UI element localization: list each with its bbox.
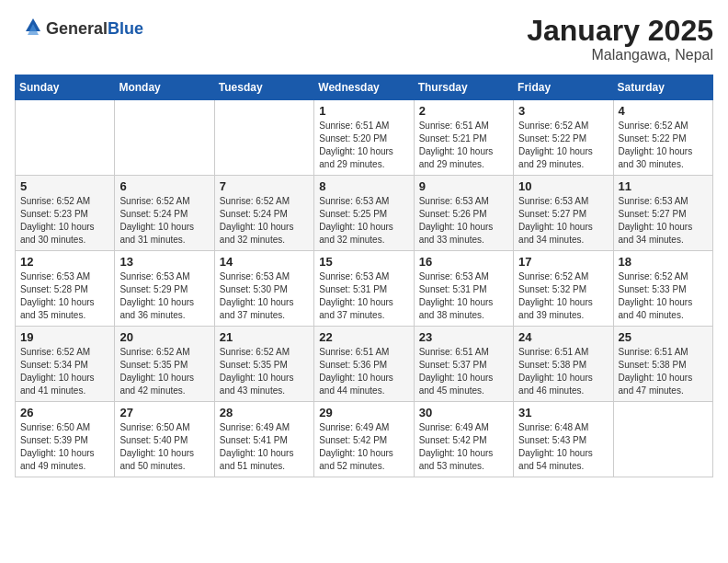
calendar-cell: 7Sunrise: 6:52 AMSunset: 5:24 PMDaylight…: [214, 176, 313, 251]
day-info: Sunrise: 6:52 AMSunset: 5:24 PMDaylight:…: [220, 195, 309, 247]
calendar-cell: 18Sunrise: 6:52 AMSunset: 5:33 PMDayligh…: [613, 251, 712, 327]
title-block: January 2025 Malangawa, Nepal: [527, 15, 713, 63]
calendar-week-row: 5Sunrise: 6:52 AMSunset: 5:23 PMDaylight…: [16, 176, 713, 251]
calendar-cell: 2Sunrise: 6:51 AMSunset: 5:21 PMDaylight…: [414, 100, 513, 176]
day-number: 24: [518, 330, 608, 344]
day-info: Sunrise: 6:53 AMSunset: 5:29 PMDaylight:…: [119, 270, 209, 322]
logo-text-blue: Blue: [108, 19, 143, 38]
day-info: Sunrise: 6:53 AMSunset: 5:31 PMDaylight:…: [419, 270, 508, 322]
day-number: 16: [419, 255, 508, 269]
day-number: 26: [20, 406, 109, 419]
day-number: 17: [518, 255, 608, 269]
day-info: Sunrise: 6:52 AMSunset: 5:22 PMDaylight:…: [619, 120, 708, 171]
day-number: 29: [319, 406, 408, 419]
day-number: 19: [20, 330, 109, 344]
day-number: 1: [319, 104, 408, 118]
day-number: 21: [220, 330, 309, 344]
location-title: Malangawa, Nepal: [527, 47, 713, 63]
weekday-header: Thursday: [414, 75, 513, 100]
calendar-cell: 30Sunrise: 6:49 AMSunset: 5:42 PMDayligh…: [414, 402, 513, 477]
calendar-cell: 24Sunrise: 6:51 AMSunset: 5:38 PMDayligh…: [514, 327, 613, 402]
day-number: 14: [220, 255, 309, 269]
calendar-cell: 5Sunrise: 6:52 AMSunset: 5:23 PMDaylight…: [16, 176, 115, 251]
day-info: Sunrise: 6:53 AMSunset: 5:27 PMDaylight:…: [619, 195, 708, 247]
calendar-cell: 20Sunrise: 6:52 AMSunset: 5:35 PMDayligh…: [115, 327, 214, 402]
calendar-body: 1Sunrise: 6:51 AMSunset: 5:20 PMDaylight…: [16, 100, 713, 477]
calendar-cell: 14Sunrise: 6:53 AMSunset: 5:30 PMDayligh…: [214, 251, 313, 327]
calendar-week-row: 19Sunrise: 6:52 AMSunset: 5:34 PMDayligh…: [16, 327, 713, 402]
calendar-cell: [115, 100, 214, 176]
weekday-header-row: SundayMondayTuesdayWednesdayThursdayFrid…: [16, 75, 713, 100]
day-number: 18: [619, 255, 708, 269]
day-number: 28: [220, 406, 309, 419]
calendar-cell: 21Sunrise: 6:52 AMSunset: 5:35 PMDayligh…: [214, 327, 313, 402]
logo-icon: [15, 15, 42, 42]
day-number: 2: [419, 104, 508, 118]
day-number: 11: [619, 179, 708, 193]
logo: GeneralBlue: [15, 15, 143, 42]
day-info: Sunrise: 6:48 AMSunset: 5:43 PMDaylight:…: [518, 421, 608, 473]
calendar-cell: 4Sunrise: 6:52 AMSunset: 5:22 PMDaylight…: [613, 100, 712, 176]
day-info: Sunrise: 6:52 AMSunset: 5:32 PMDaylight:…: [518, 270, 608, 322]
calendar-cell: 15Sunrise: 6:53 AMSunset: 5:31 PMDayligh…: [314, 251, 414, 327]
calendar-cell: 22Sunrise: 6:51 AMSunset: 5:36 PMDayligh…: [314, 327, 414, 402]
month-title: January 2025: [527, 15, 713, 47]
weekday-header: Tuesday: [214, 75, 313, 100]
day-number: 20: [119, 330, 209, 344]
calendar-cell: 12Sunrise: 6:53 AMSunset: 5:28 PMDayligh…: [16, 251, 115, 327]
day-info: Sunrise: 6:53 AMSunset: 5:28 PMDaylight:…: [20, 270, 109, 322]
calendar-cell: 19Sunrise: 6:52 AMSunset: 5:34 PMDayligh…: [16, 327, 115, 402]
page-header: GeneralBlue January 2025 Malangawa, Nepa…: [15, 15, 713, 63]
day-info: Sunrise: 6:53 AMSunset: 5:26 PMDaylight:…: [419, 195, 508, 247]
day-info: Sunrise: 6:52 AMSunset: 5:35 PMDaylight:…: [119, 346, 209, 397]
day-info: Sunrise: 6:52 AMSunset: 5:23 PMDaylight:…: [20, 195, 109, 247]
day-info: Sunrise: 6:52 AMSunset: 5:22 PMDaylight:…: [518, 120, 608, 171]
calendar-cell: 10Sunrise: 6:53 AMSunset: 5:27 PMDayligh…: [514, 176, 613, 251]
day-number: 3: [518, 104, 608, 118]
day-info: Sunrise: 6:51 AMSunset: 5:37 PMDaylight:…: [419, 346, 508, 397]
day-number: 12: [20, 255, 109, 269]
weekday-header: Saturday: [613, 75, 712, 100]
calendar-cell: 3Sunrise: 6:52 AMSunset: 5:22 PMDaylight…: [514, 100, 613, 176]
day-number: 22: [319, 330, 408, 344]
calendar-cell: 26Sunrise: 6:50 AMSunset: 5:39 PMDayligh…: [16, 402, 115, 477]
day-info: Sunrise: 6:51 AMSunset: 5:36 PMDaylight:…: [319, 346, 408, 397]
day-number: 27: [119, 406, 209, 419]
calendar-cell: 11Sunrise: 6:53 AMSunset: 5:27 PMDayligh…: [613, 176, 712, 251]
day-number: 6: [119, 179, 209, 193]
calendar-week-row: 26Sunrise: 6:50 AMSunset: 5:39 PMDayligh…: [16, 402, 713, 477]
day-info: Sunrise: 6:52 AMSunset: 5:24 PMDaylight:…: [119, 195, 209, 247]
calendar-cell: [214, 100, 313, 176]
day-info: Sunrise: 6:50 AMSunset: 5:39 PMDaylight:…: [20, 421, 109, 473]
calendar-cell: [613, 402, 712, 477]
logo-text-general: General: [46, 19, 108, 38]
day-number: 13: [119, 255, 209, 269]
weekday-header: Wednesday: [314, 75, 414, 100]
day-info: Sunrise: 6:52 AMSunset: 5:35 PMDaylight:…: [220, 346, 309, 397]
day-info: Sunrise: 6:52 AMSunset: 5:33 PMDaylight:…: [619, 270, 708, 322]
calendar-cell: 17Sunrise: 6:52 AMSunset: 5:32 PMDayligh…: [514, 251, 613, 327]
calendar-cell: 1Sunrise: 6:51 AMSunset: 5:20 PMDaylight…: [314, 100, 414, 176]
day-number: 7: [220, 179, 309, 193]
day-info: Sunrise: 6:51 AMSunset: 5:20 PMDaylight:…: [319, 120, 408, 171]
day-number: 31: [518, 406, 608, 419]
day-info: Sunrise: 6:51 AMSunset: 5:38 PMDaylight:…: [518, 346, 608, 397]
calendar-week-row: 12Sunrise: 6:53 AMSunset: 5:28 PMDayligh…: [16, 251, 713, 327]
calendar-cell: 9Sunrise: 6:53 AMSunset: 5:26 PMDaylight…: [414, 176, 513, 251]
day-info: Sunrise: 6:49 AMSunset: 5:41 PMDaylight:…: [220, 421, 309, 473]
day-number: 9: [419, 179, 508, 193]
calendar-cell: 13Sunrise: 6:53 AMSunset: 5:29 PMDayligh…: [115, 251, 214, 327]
calendar-cell: 8Sunrise: 6:53 AMSunset: 5:25 PMDaylight…: [314, 176, 414, 251]
calendar-cell: 23Sunrise: 6:51 AMSunset: 5:37 PMDayligh…: [414, 327, 513, 402]
calendar-table: SundayMondayTuesdayWednesdayThursdayFrid…: [15, 75, 713, 477]
calendar-cell: 28Sunrise: 6:49 AMSunset: 5:41 PMDayligh…: [214, 402, 313, 477]
calendar-cell: 27Sunrise: 6:50 AMSunset: 5:40 PMDayligh…: [115, 402, 214, 477]
day-info: Sunrise: 6:53 AMSunset: 5:27 PMDaylight:…: [518, 195, 608, 247]
calendar-cell: 16Sunrise: 6:53 AMSunset: 5:31 PMDayligh…: [414, 251, 513, 327]
day-info: Sunrise: 6:51 AMSunset: 5:21 PMDaylight:…: [419, 120, 508, 171]
day-number: 5: [20, 179, 109, 193]
day-number: 8: [319, 179, 408, 193]
weekday-header: Friday: [514, 75, 613, 100]
day-info: Sunrise: 6:53 AMSunset: 5:25 PMDaylight:…: [319, 195, 408, 247]
day-info: Sunrise: 6:52 AMSunset: 5:34 PMDaylight:…: [20, 346, 109, 397]
